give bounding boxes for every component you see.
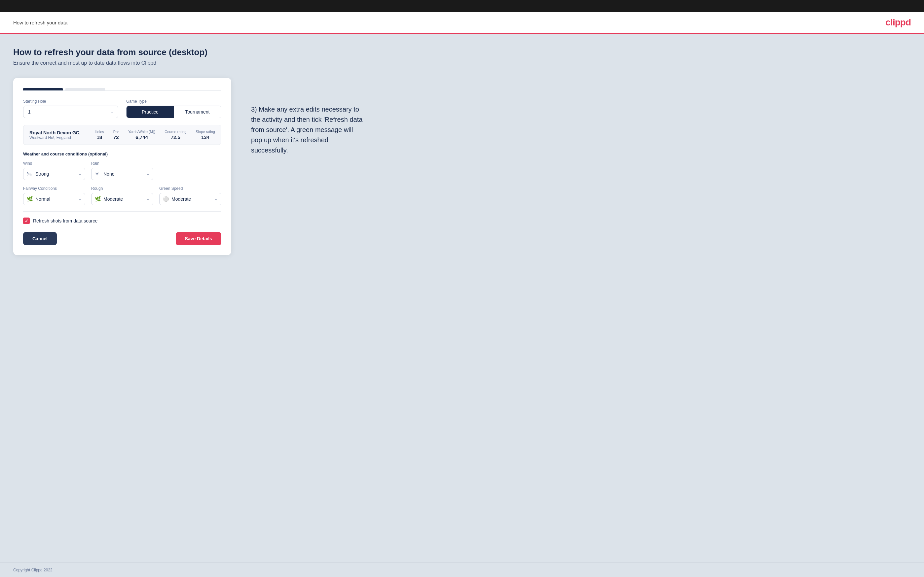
starting-hole-label: Starting Hole <box>23 99 118 104</box>
refresh-checkbox-row: ✓ Refresh shots from data source <box>23 218 221 224</box>
wind-group: Wind 🌬 Strong ⌄ <box>23 161 85 180</box>
par-value: 72 <box>113 134 119 140</box>
par-label: Par <box>113 130 119 134</box>
slope-rating-value: 134 <box>201 134 210 140</box>
save-button[interactable]: Save Details <box>176 232 222 245</box>
stat-holes: Holes 18 <box>95 130 104 140</box>
wind-rain-row: Wind 🌬 Strong ⌄ Rain ☀ None ⌄ <box>23 161 221 180</box>
starting-hole-chevron-icon: ⌄ <box>111 110 114 114</box>
logo: clippd <box>886 17 911 28</box>
green-speed-label: Green Speed <box>159 186 221 191</box>
holes-value: 18 <box>97 134 102 140</box>
page-heading: How to refresh your data from source (de… <box>13 47 911 58</box>
stat-course-rating: Course rating 72.5 <box>165 130 186 140</box>
game-type-toggle: Practice Tournament <box>126 106 221 118</box>
green-speed-group: Green Speed ⚪ Moderate ⌄ <box>159 186 221 205</box>
conditions-section-label: Weather and course conditions (optional) <box>23 152 221 156</box>
starting-hole-game-type-row: Starting Hole 1 ⌄ Game Type Practice Tou… <box>23 99 221 118</box>
course-rating-value: 72.5 <box>171 134 180 140</box>
tab-stub-1 <box>23 88 63 90</box>
rain-chevron-icon: ⌄ <box>146 172 150 176</box>
rough-icon: 🌿 <box>95 196 101 202</box>
holes-label: Holes <box>95 130 104 134</box>
page-subheading: Ensure the correct and most up to date d… <box>13 60 911 66</box>
course-rating-label: Course rating <box>165 130 186 134</box>
wind-chevron-icon: ⌄ <box>78 172 82 176</box>
green-speed-chevron-icon: ⌄ <box>215 197 218 201</box>
rain-label: Rain <box>91 161 153 166</box>
tabs-stub <box>23 88 221 91</box>
game-type-group: Game Type Practice Tournament <box>126 99 221 118</box>
rough-group: Rough 🌿 Moderate ⌄ <box>91 186 153 205</box>
starting-hole-group: Starting Hole 1 ⌄ <box>23 99 118 118</box>
top-bar <box>0 0 924 12</box>
stat-slope-rating: Slope rating 134 <box>195 130 215 140</box>
starting-hole-value: 1 <box>28 109 31 114</box>
yards-value: 6,744 <box>136 134 148 140</box>
wind-select[interactable]: 🌬 Strong ⌄ <box>23 168 85 180</box>
course-location: Westward Ho!, England <box>29 135 95 140</box>
rain-group: Rain ☀ None ⌄ <box>91 161 153 180</box>
rough-value: Moderate <box>103 197 123 202</box>
game-type-label: Game Type <box>126 99 221 104</box>
tournament-button[interactable]: Tournament <box>174 106 221 118</box>
action-row: Cancel Save Details <box>23 232 221 245</box>
main-content: How to refresh your data from source (de… <box>0 34 924 562</box>
side-description: 3) Make any extra edits necessary to the… <box>251 78 363 155</box>
green-speed-icon: ⚪ <box>163 196 169 202</box>
course-info: Royal North Devon GC, Westward Ho!, Engl… <box>29 130 95 140</box>
form-card: Starting Hole 1 ⌄ Game Type Practice Tou… <box>13 78 231 255</box>
fairway-group: Fairway Conditions 🌿 Normal ⌄ <box>23 186 85 205</box>
stat-yards: Yards/White (M)) 6,744 <box>128 130 155 140</box>
fairway-label: Fairway Conditions <box>23 186 85 191</box>
header: How to refresh your data clippd <box>0 12 924 34</box>
rough-label: Rough <box>91 186 153 191</box>
tab-stub-2 <box>65 88 105 90</box>
refresh-label: Refresh shots from data source <box>33 218 97 224</box>
footer: Copyright Clippd 2022 <box>0 562 924 577</box>
wind-label: Wind <box>23 161 85 166</box>
green-speed-select[interactable]: ⚪ Moderate ⌄ <box>159 193 221 205</box>
wind-value: Strong <box>36 171 49 177</box>
green-speed-value: Moderate <box>171 197 191 202</box>
stat-par: Par 72 <box>113 130 119 140</box>
wind-icon: 🌬 <box>27 171 32 177</box>
course-row: Royal North Devon GC, Westward Ho!, Engl… <box>23 125 221 145</box>
rain-value: None <box>103 171 114 177</box>
rain-select[interactable]: ☀ None ⌄ <box>91 168 153 180</box>
fairway-rough-green-row: Fairway Conditions 🌿 Normal ⌄ Rough 🌿 Mo… <box>23 186 221 205</box>
copyright-text: Copyright Clippd 2022 <box>13 568 53 572</box>
practice-button[interactable]: Practice <box>126 106 174 118</box>
starting-hole-select[interactable]: 1 ⌄ <box>23 106 118 118</box>
fairway-select[interactable]: 🌿 Normal ⌄ <box>23 193 85 205</box>
side-text: 3) Make any extra edits necessary to the… <box>251 104 363 155</box>
content-area: Starting Hole 1 ⌄ Game Type Practice Tou… <box>13 78 911 255</box>
yards-label: Yards/White (M)) <box>128 130 155 134</box>
checkmark-icon: ✓ <box>25 219 28 224</box>
fairway-chevron-icon: ⌄ <box>78 197 82 201</box>
header-title: How to refresh your data <box>13 20 68 26</box>
fairway-icon: 🌿 <box>27 196 33 202</box>
rain-icon: ☀ <box>95 171 99 177</box>
course-name: Royal North Devon GC, <box>29 130 95 135</box>
cancel-button[interactable]: Cancel <box>23 232 57 245</box>
refresh-checkbox[interactable]: ✓ <box>23 218 30 224</box>
rough-select[interactable]: 🌿 Moderate ⌄ <box>91 193 153 205</box>
rough-chevron-icon: ⌄ <box>146 197 150 201</box>
course-stats: Holes 18 Par 72 Yards/White (M)) 6,744 C… <box>95 130 215 140</box>
fairway-value: Normal <box>36 197 50 202</box>
slope-rating-label: Slope rating <box>195 130 215 134</box>
